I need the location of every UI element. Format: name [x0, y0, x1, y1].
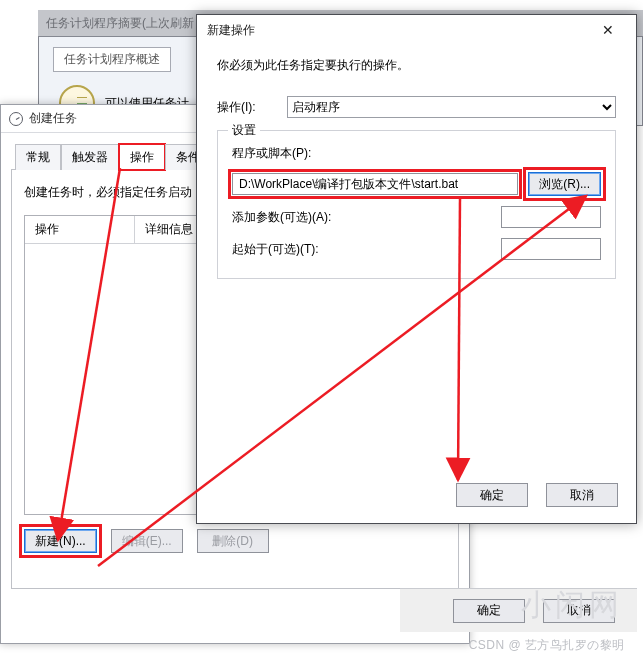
clock-small-icon: [9, 112, 23, 126]
tab-actions[interactable]: 操作: [119, 144, 165, 170]
program-label: 程序或脚本(P):: [232, 145, 601, 162]
browse-button[interactable]: 浏览(R)...: [528, 172, 601, 196]
new-action-titlebar[interactable]: 新建操作 ✕: [197, 15, 636, 45]
new-action-dialog: 新建操作 ✕ 你必须为此任务指定要执行的操作。 操作(I): 启动程序 设置 程…: [196, 14, 637, 524]
create-task-ok-button[interactable]: 确定: [453, 599, 525, 623]
action-type-label: 操作(I):: [217, 99, 277, 116]
watermark-line: CSDN @ 艺方鸟扎罗の黎明: [469, 637, 625, 654]
create-task-footer: 确定 取消: [400, 588, 637, 632]
delete-action-button: 删除(D): [197, 529, 269, 553]
create-task-title: 创建任务: [29, 110, 77, 127]
program-path-input[interactable]: [232, 173, 518, 195]
settings-group: 设置 程序或脚本(P): 浏览(R)... 添加参数(可选)(A): 起始于(可…: [217, 130, 616, 279]
close-icon[interactable]: ✕: [590, 20, 626, 40]
new-action-title: 新建操作: [207, 22, 255, 39]
edit-action-button: 编辑(E)...: [111, 529, 183, 553]
action-type-select[interactable]: 启动程序: [287, 96, 616, 118]
col-action[interactable]: 操作: [25, 216, 135, 243]
new-action-ok-button[interactable]: 确定: [456, 483, 528, 507]
args-input[interactable]: [501, 206, 601, 228]
tab-triggers[interactable]: 触发器: [61, 144, 119, 170]
create-task-cancel-button[interactable]: 取消: [543, 599, 615, 623]
startin-label: 起始于(可选)(T):: [232, 241, 352, 258]
tab-general[interactable]: 常规: [15, 144, 61, 170]
args-label: 添加参数(可选)(A):: [232, 209, 352, 226]
new-action-button[interactable]: 新建(N)...: [24, 529, 97, 553]
new-action-hint: 你必须为此任务指定要执行的操作。: [217, 57, 616, 74]
new-action-cancel-button[interactable]: 取消: [546, 483, 618, 507]
mmc-overview-title: 任务计划程序概述: [53, 47, 171, 72]
startin-input[interactable]: [501, 238, 601, 260]
settings-legend: 设置: [228, 122, 260, 139]
